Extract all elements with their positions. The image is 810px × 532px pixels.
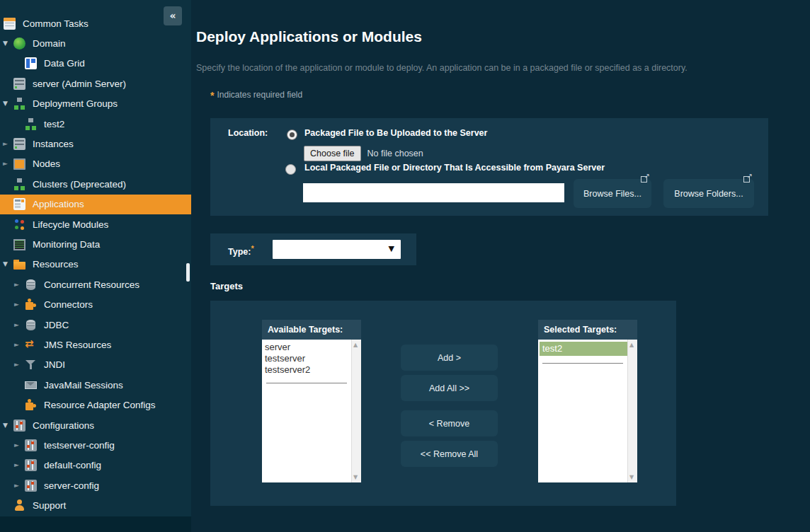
available-target-option[interactable]: server: [265, 342, 351, 353]
remove-all-button[interactable]: << Remove All: [401, 441, 498, 467]
sidebar-item-jndi[interactable]: JNDI: [0, 355, 191, 375]
sidebar-item-label: Concurrent Resources: [44, 279, 139, 290]
available-targets-listbox[interactable]: servertestservertestserver2: [262, 340, 361, 482]
sidebar-item-label: Configurations: [33, 420, 94, 431]
upload-radio[interactable]: [287, 129, 297, 140]
selected-targets-listbox[interactable]: test2: [538, 340, 637, 482]
applications-icon: [13, 198, 25, 210]
lifecycle-icon: [13, 219, 25, 231]
sidebar-collapse-button[interactable]: «: [164, 6, 182, 25]
expander-down-icon[interactable]: [3, 40, 13, 47]
sidebar-item-default-config[interactable]: default-config: [0, 456, 191, 475]
sidebar-item-label: default-config: [44, 460, 101, 470]
sidebar-item-label: JMS Resources: [44, 340, 111, 350]
sidebar-item-label: Instances: [33, 139, 74, 149]
expander-down-icon[interactable]: [3, 422, 13, 429]
local-path-input[interactable]: [303, 183, 564, 202]
local-option-label: Local Packaged File or Directory That Is…: [304, 163, 605, 173]
sidebar-item-common-tasks[interactable]: Common Tasks: [0, 13, 191, 33]
expander-right-icon[interactable]: [3, 141, 13, 147]
file-upload-row: Choose file No file chosen: [304, 146, 423, 161]
expander-right-icon[interactable]: [14, 462, 25, 468]
sidebar-item-label: Monitoring Data: [33, 239, 100, 250]
expander-right-icon[interactable]: [14, 342, 25, 348]
folder-icon: [13, 258, 25, 270]
sidebar-item-nodes[interactable]: Nodes: [0, 154, 191, 174]
expander-right-icon[interactable]: [3, 161, 13, 167]
remove-button[interactable]: < Remove: [401, 410, 498, 436]
sidebar-item-test2[interactable]: test2: [0, 114, 191, 134]
sidebar-item-label: Connectors: [44, 299, 93, 310]
sidebar-item-label: test2: [44, 119, 64, 129]
add-button[interactable]: Add >: [401, 345, 498, 371]
sidebar-item-jms-resources[interactable]: JMS Resources: [0, 335, 191, 354]
sidebar-scrollbar-thumb[interactable]: [186, 263, 190, 282]
expander-right-icon[interactable]: [14, 362, 25, 368]
required-field-note: *Indicates required field: [210, 90, 302, 101]
sidebar-item-label: Resource Adapter Configs: [44, 400, 156, 410]
sidebar-tree: Common TasksDomainData Gridserver (Admin…: [0, 0, 191, 516]
sidebar-item-lifecycle-modules[interactable]: Lifecycle Modules: [0, 214, 191, 234]
sidebar-item-label: server-config: [44, 480, 99, 491]
required-star: *: [210, 90, 214, 101]
sidebar-item-javamail-sessions[interactable]: JavaMail Sessions: [0, 375, 191, 395]
browse-folders-button[interactable]: Browse Folders...: [663, 179, 754, 208]
sidebar-item-label: Deployment Groups: [33, 98, 118, 109]
sidebar-item-domain[interactable]: Domain: [0, 33, 191, 53]
expander-right-icon[interactable]: [14, 301, 25, 308]
sidebar-item-jdbc[interactable]: JDBC: [0, 315, 191, 335]
sidebar-item-label: Data Grid: [44, 58, 85, 69]
sidebar-item-label: Lifecycle Modules: [33, 219, 108, 230]
sidebar-item-resources[interactable]: Resources: [0, 255, 191, 274]
sidebar-item-server-admin-server[interactable]: server (Admin Server): [0, 74, 191, 93]
available-target-option[interactable]: testserver2: [265, 364, 351, 376]
choose-file-button[interactable]: Choose file: [304, 146, 361, 161]
sidebar-item-server-config[interactable]: server-config: [0, 475, 191, 495]
local-file-radio[interactable]: [285, 164, 296, 175]
sidebar-item-clusters-deprecated[interactable]: Clusters (Deprecated): [0, 174, 191, 194]
sidebar-item-deployment-groups[interactable]: Deployment Groups: [0, 94, 191, 114]
browse-files-button[interactable]: Browse Files...: [574, 179, 651, 208]
targets-heading: Targets: [210, 281, 243, 291]
sidebar-item-monitoring-data[interactable]: Monitoring Data: [0, 234, 191, 254]
sidebar-item-label: JNDI: [44, 359, 65, 370]
selected-target-option[interactable]: test2: [540, 342, 627, 356]
expander-right-icon[interactable]: [14, 482, 25, 489]
add-all-button[interactable]: Add All >>: [401, 375, 498, 401]
listbox-scrollbar[interactable]: [627, 340, 637, 482]
expander-right-icon[interactable]: [14, 442, 25, 449]
server-icon: [13, 138, 25, 150]
sidebar-item-data-grid[interactable]: Data Grid: [0, 54, 191, 74]
puzzle-icon: [25, 299, 37, 311]
available-target-option[interactable]: testserver: [265, 353, 351, 364]
listbox-scrollbar[interactable]: [351, 340, 361, 482]
expander-right-icon[interactable]: [14, 282, 25, 288]
sidebar-item-label: Support: [33, 500, 66, 511]
sidebar-item-concurrent-resources[interactable]: Concurrent Resources: [0, 274, 191, 294]
sidebar-item-label: Domain: [33, 38, 66, 49]
arrows-icon: [25, 339, 37, 351]
data-grid-icon: [25, 57, 37, 69]
sidebar-item-testserver-config[interactable]: testserver-config: [0, 435, 191, 455]
expander-right-icon[interactable]: [14, 322, 25, 328]
double-chevron-left-icon: «: [169, 10, 176, 21]
cluster-icon: [25, 118, 37, 130]
expander-down-icon[interactable]: [3, 261, 13, 267]
sidebar-item-label: Resources: [33, 259, 79, 270]
sidebar-item-configurations[interactable]: Configurations: [0, 415, 191, 435]
sidebar-item-applications[interactable]: Applications: [0, 195, 191, 214]
sidebar-item-label: testserver-config: [44, 440, 115, 451]
sidebar-item-resource-adapter-configs[interactable]: Resource Adapter Configs: [0, 395, 191, 415]
sidebar-item-label: Clusters (Deprecated): [33, 179, 126, 190]
sidebar-item-support[interactable]: Support: [0, 495, 191, 515]
expander-down-icon[interactable]: [3, 100, 13, 107]
database-icon: [25, 319, 37, 331]
cluster-icon: [13, 98, 25, 110]
list-separator: [266, 383, 347, 383]
sidebar-item-instances[interactable]: Instances: [0, 134, 191, 154]
sidebar-item-label: server (Admin Server): [33, 79, 126, 89]
sidebar-item-connectors[interactable]: Connectors: [0, 294, 191, 314]
sidebar-item-label: Applications: [33, 199, 84, 209]
type-select[interactable]: ▼: [273, 240, 401, 259]
location-panel: Location: Packaged File to Be Uploaded t…: [210, 118, 768, 216]
